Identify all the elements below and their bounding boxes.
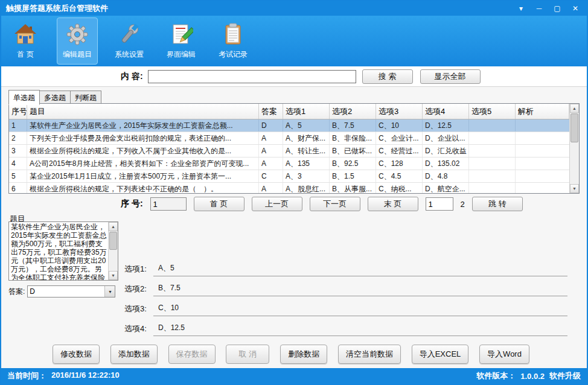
table-cell: A、135 bbox=[283, 158, 330, 170]
scroll-track[interactable] bbox=[570, 113, 579, 184]
toolbar-item-exam-records[interactable]: 考试记录 bbox=[213, 18, 254, 65]
table-cell bbox=[469, 170, 516, 182]
table-row[interactable]: 2下列关于企业手续费及佣金支出税前扣除的规定，表述正确的...AA、财产保...… bbox=[9, 132, 569, 145]
scroll-up-icon[interactable]: ▲ bbox=[570, 104, 579, 113]
toolbar-item-home[interactable]: 首 页 bbox=[5, 18, 46, 65]
table-cell: 下列关于企业手续费及佣金支出税前扣除的规定，表述正确的... bbox=[27, 132, 259, 144]
current-time-value: 2016/11/6 12:22:10 bbox=[51, 371, 120, 381]
table-cell: 某软件生产企业为居民企业，2015年实际发生的工资薪金总额... bbox=[27, 119, 259, 132]
scroll-down-icon[interactable]: ▼ bbox=[570, 184, 579, 193]
search-button[interactable]: 搜 索 bbox=[362, 69, 413, 84]
table-cell: D bbox=[259, 119, 283, 132]
minimize-button[interactable]: ─ bbox=[530, 2, 548, 14]
page-number-input[interactable] bbox=[426, 197, 453, 211]
table-cell: D、4.8 bbox=[423, 170, 469, 182]
add-button[interactable]: 添加数据 bbox=[110, 345, 158, 364]
toolbar-item-ui-edit[interactable]: 界面编辑 bbox=[161, 18, 202, 65]
option-row-1: 选项1:A、5 bbox=[124, 264, 567, 276]
column-header: 选项5 bbox=[469, 104, 516, 119]
table-cell: C、纳税... bbox=[376, 183, 423, 193]
table-cell bbox=[516, 132, 569, 144]
prev-page-button[interactable]: 上一页 bbox=[252, 197, 302, 211]
table-cell bbox=[516, 158, 569, 170]
table-cell: 1 bbox=[9, 119, 27, 132]
toolbar-item-label: 考试记录 bbox=[219, 49, 248, 60]
answer-dropdown[interactable]: D ▼ bbox=[27, 285, 115, 298]
table-cell: C、企业计... bbox=[376, 132, 423, 144]
table-cell: B、92.5 bbox=[330, 158, 376, 170]
table-row[interactable]: 5某企业2015年1月1日成立，注册资本500万元，注册资本第一...CA、3B… bbox=[9, 170, 569, 183]
tab-single-choice[interactable]: 单选题 bbox=[8, 90, 40, 105]
option-value-field[interactable]: D、12.5 bbox=[153, 323, 567, 336]
maximize-button[interactable]: ▢ bbox=[548, 2, 566, 14]
question-scrollbar[interactable]: ▲ ▼ bbox=[108, 222, 118, 280]
next-page-button[interactable]: 下一页 bbox=[310, 197, 360, 211]
table-cell bbox=[516, 145, 569, 157]
table-cell: C、4.5 bbox=[376, 170, 423, 182]
window-title: 触摸屏答题系统后台管理软件 bbox=[6, 3, 512, 14]
version-label: 软件版本： bbox=[476, 371, 516, 381]
option-row-2: 选项2:B、7.5 bbox=[124, 284, 567, 296]
delete-button[interactable]: 删除数据 bbox=[280, 345, 327, 364]
option-value-field[interactable]: B、7.5 bbox=[153, 283, 567, 296]
toolbar-item-label: 首 页 bbox=[17, 49, 33, 60]
table-cell bbox=[469, 119, 516, 132]
detail-panel: 题目 某软件生产企业为居民企业，2015年实际发生的工资薪金总额为500万元，职… bbox=[8, 213, 580, 342]
option-value-field[interactable]: C、10 bbox=[153, 303, 567, 316]
scroll-thumb[interactable] bbox=[570, 113, 578, 142]
table-cell: A、财产保... bbox=[283, 132, 330, 144]
table-cell: A、股息红... bbox=[283, 183, 330, 193]
question-textarea[interactable]: 某软件生产企业为居民企业，2015年实际发生的工资薪金总额为500万元，职工福利… bbox=[8, 221, 118, 281]
home-icon bbox=[13, 22, 37, 46]
table-cell: D、企业以... bbox=[423, 132, 469, 144]
index-input[interactable] bbox=[150, 197, 187, 211]
table-row[interactable]: 3根据企业所得税法的规定，下列收入不属于企业其他收入的是...AA、转让生...… bbox=[9, 145, 569, 158]
table-cell: 某企业2015年1月1日成立，注册资本500万元，注册资本第一... bbox=[27, 170, 259, 182]
jump-button[interactable]: 跳 转 bbox=[472, 197, 523, 211]
toolbar-item-system-settings[interactable]: 系统设置 bbox=[109, 18, 150, 65]
modify-button[interactable]: 修改数据 bbox=[53, 345, 100, 364]
toolbar-item-label: 界面编辑 bbox=[167, 49, 196, 60]
option-value-field[interactable]: A、5 bbox=[153, 263, 567, 276]
search-input[interactable] bbox=[148, 70, 356, 83]
total-pages-label: 2 bbox=[461, 200, 465, 209]
table-cell: B、非保险... bbox=[330, 132, 376, 144]
table-row[interactable]: 4A公司2015年8月终止经营，相关资料如下：企业全部资产的可变现...AA、1… bbox=[9, 158, 569, 170]
import-word-button[interactable]: 导入Word bbox=[479, 345, 529, 364]
first-page-button[interactable]: 首 页 bbox=[194, 197, 244, 211]
scroll-track[interactable] bbox=[109, 231, 118, 271]
scroll-down-icon[interactable]: ▼ bbox=[109, 271, 118, 280]
toolbar-item-edit-questions[interactable]: 编辑题目 bbox=[57, 18, 98, 65]
table-row[interactable]: 1某软件生产企业为居民企业，2015年实际发生的工资薪金总额...DA、5B、7… bbox=[9, 119, 569, 132]
option-row-4: 选项4:D、12.5 bbox=[124, 324, 567, 336]
table-row[interactable]: 6根据企业所得税法的规定，下列表述中不正确的是（ ）。AA、股息红...B、从事… bbox=[9, 183, 569, 193]
software-upgrade-link[interactable]: 软件升级 bbox=[549, 371, 581, 381]
search-label: 内 容: bbox=[121, 71, 143, 82]
question-table: 序号题目答案选项1选项2选项3选项4选项5解析 1某软件生产企业为居民企业，20… bbox=[8, 103, 580, 194]
close-button[interactable]: ✕ bbox=[566, 2, 584, 14]
clear-button[interactable]: 清空当前数据 bbox=[338, 345, 401, 364]
table-cell: A、转让生... bbox=[283, 145, 330, 157]
grid-header: 序号题目答案选项1选项2选项3选项4选项5解析 bbox=[9, 104, 569, 119]
answer-row: 答案: D ▼ bbox=[8, 285, 115, 298]
import-excel-button[interactable]: 导入EXCEL bbox=[412, 345, 469, 364]
table-cell: D、12.5 bbox=[423, 119, 469, 132]
last-page-button[interactable]: 末 页 bbox=[368, 197, 418, 211]
show-all-button[interactable]: 显示全部 bbox=[420, 69, 481, 84]
table-cell: B、已做坏... bbox=[330, 145, 376, 157]
action-bar: 修改数据添加数据保存数据取 消删除数据清空当前数据导入EXCEL导入Word bbox=[1, 342, 587, 366]
current-time-label: 当前时间： bbox=[7, 371, 46, 381]
status-right: 软件版本： 1.0.0.2 软件升级 bbox=[476, 371, 581, 381]
index-label: 序 号: bbox=[121, 199, 143, 209]
table-cell bbox=[516, 119, 569, 132]
question-text: 某软件生产企业为居民企业，2015年实际发生的工资薪金总额为500万元，职工福利… bbox=[9, 222, 108, 281]
scroll-up-icon[interactable]: ▲ bbox=[109, 222, 118, 231]
save-button: 保存数据 bbox=[168, 345, 216, 364]
scroll-thumb[interactable] bbox=[109, 232, 117, 250]
table-scrollbar[interactable]: ▲ ▼ bbox=[569, 104, 579, 193]
table-cell: D、汇兑收益 bbox=[423, 145, 469, 157]
chevron-down-icon[interactable]: ▼ bbox=[104, 286, 115, 297]
toolbar-item-label: 编辑题目 bbox=[63, 49, 92, 60]
column-header: 解析 bbox=[516, 104, 569, 119]
skin-menu-button[interactable]: ▾ bbox=[512, 2, 530, 14]
